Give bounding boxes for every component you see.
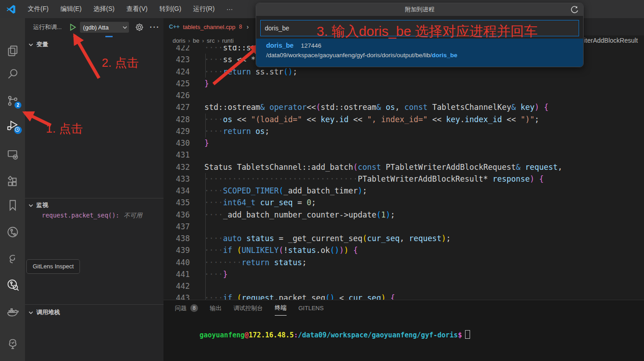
breadcrumb-item[interactable]: runti xyxy=(222,37,233,44)
panel-tab-输出[interactable]: 输出 xyxy=(210,304,222,316)
menu-item[interactable]: ··· xyxy=(222,4,238,15)
watch-section-header[interactable]: 监视 xyxy=(25,200,163,211)
code-line: 439····if (UNLIKELY(!status.ok())) { xyxy=(163,244,644,257)
gitlens-icon[interactable] xyxy=(6,226,19,238)
debug-session-clock-badge xyxy=(14,126,22,134)
tab-chevron[interactable]: › xyxy=(247,23,249,30)
code-token: request xyxy=(409,234,441,243)
indent-guide xyxy=(205,173,206,300)
code-line: 440········return status; xyxy=(163,257,644,269)
code-token: index_id xyxy=(465,115,506,124)
code-token: ···· xyxy=(204,127,223,136)
remote-explorer-icon[interactable] xyxy=(6,148,19,161)
panel-tab-调试控制台[interactable]: 调试控制台 xyxy=(233,304,263,316)
project-tree-icon[interactable] xyxy=(6,337,19,350)
code-token: :: xyxy=(302,163,311,172)
code-line: 426 xyxy=(163,89,644,102)
code-token: operator xyxy=(269,103,307,112)
docker-icon[interactable] xyxy=(6,306,19,318)
code-token xyxy=(265,103,269,112)
code-token: ; xyxy=(390,210,395,219)
code-token: ) xyxy=(530,174,534,183)
code-token: . xyxy=(335,115,339,124)
menu-item[interactable]: 转到(G) xyxy=(154,3,186,15)
code-token: status xyxy=(246,234,279,243)
line-number: 428 xyxy=(163,114,190,125)
refresh-icon[interactable] xyxy=(570,5,579,14)
code-token: ok xyxy=(321,246,330,255)
line-number: 423 xyxy=(163,54,190,65)
variables-section-header[interactable]: 变量 xyxy=(25,39,163,50)
code-token: ")" xyxy=(520,115,535,124)
debug-config-dropdown[interactable]: (gdb) Atta xyxy=(80,22,129,33)
terminal-prompt[interactable]: gaoyuanfeng@172.16.48.5:/data09/workspac… xyxy=(175,322,470,347)
bookmarks-icon[interactable] xyxy=(6,199,19,212)
panel-tab-问题[interactable]: 问题8 xyxy=(175,304,198,316)
code-token: } xyxy=(223,270,228,279)
code-token: ( xyxy=(353,163,358,172)
menu-item[interactable]: 编辑(E) xyxy=(55,3,87,15)
tab-tablets-channel-cpp[interactable]: C++ tablets_channel.cpp 8 › xyxy=(163,18,257,35)
code-line: 437 xyxy=(163,221,644,233)
extensions-icon[interactable] xyxy=(6,175,19,188)
annotation-step2: 2. 点击 xyxy=(102,55,139,71)
code-token: , xyxy=(400,234,409,243)
breadcrumb-separator-icon: › xyxy=(202,37,204,44)
menu-item[interactable]: 文件(F) xyxy=(23,3,54,15)
annotation-step1: 1. 点击 xyxy=(46,121,83,137)
code-token: os xyxy=(386,103,395,112)
panel-tab-GITLENS[interactable]: GITLENS xyxy=(298,305,324,315)
breadcrumb-item[interactable]: doris xyxy=(173,37,185,44)
code-token: . xyxy=(316,246,321,255)
process-pid: 127446 xyxy=(301,42,321,49)
line-number: 440 xyxy=(163,257,190,268)
variables-section-label: 变量 xyxy=(36,40,48,49)
code-token: return xyxy=(223,67,256,76)
code-token: PTabletWriterAddBlockResult xyxy=(358,174,483,183)
watch-expression-row[interactable]: request.packet_seq(): 不可用 xyxy=(42,212,142,220)
section-divider xyxy=(25,198,163,198)
scm-badge: 2 xyxy=(14,101,22,109)
code-line: 434····SCOPED_TIMER(_add_batch_timer); xyxy=(163,185,644,197)
start-debug-button[interactable] xyxy=(68,23,77,32)
breadcrumb-item[interactable]: src xyxy=(207,37,214,44)
breadcrumb-item[interactable]: be xyxy=(193,37,199,44)
debug-settings-gear-icon[interactable] xyxy=(135,23,144,31)
code-token: << xyxy=(353,115,367,124)
run-and-debug-icon[interactable] xyxy=(6,119,19,132)
section-divider xyxy=(25,304,163,305)
code-line: 427std::ostream& operator<<(std::ostream… xyxy=(163,101,644,114)
menu-item[interactable]: 查看(V) xyxy=(121,3,153,15)
code-token: ( xyxy=(237,293,242,300)
line-number: 422 xyxy=(163,45,190,54)
debug-config-label: (gdb) Atta xyxy=(83,24,123,31)
code-token: :: xyxy=(335,103,344,112)
panel-tab-终端[interactable]: 终端 xyxy=(275,304,287,316)
code-text: ····os << "(load_id=" << key.id << ", in… xyxy=(204,114,539,125)
code-token: ···· xyxy=(204,186,223,195)
indent-guide xyxy=(205,114,206,138)
search-icon[interactable] xyxy=(6,68,19,80)
gitlens-inspect-icon[interactable] xyxy=(6,278,19,291)
menu-bar: 文件(F)编辑(E)选择(S)查看(V)转到(G)运行(R)··· xyxy=(23,3,238,15)
process-list-item-selected[interactable]: doris_be 127446 /data09/workspace/gaoyua… xyxy=(256,39,583,67)
line-number: 442 xyxy=(163,280,190,292)
menu-item[interactable]: 运行(R) xyxy=(188,3,219,15)
explorer-icon[interactable] xyxy=(6,45,19,57)
code-token: std xyxy=(321,103,335,112)
menu-item[interactable]: 选择(S) xyxy=(89,3,120,15)
code-token: } xyxy=(204,138,209,148)
gitlens-graph-icon[interactable] xyxy=(6,253,19,266)
panel-tab-label: 终端 xyxy=(275,304,287,312)
code-token: ss xyxy=(223,55,237,64)
code-token xyxy=(520,163,525,172)
code-token: Status TabletsChannel xyxy=(204,163,302,172)
view-more-actions[interactable]: ··· xyxy=(150,23,160,31)
call-stack-section-header[interactable]: 调用堆栈 xyxy=(25,307,163,318)
view-title: 运行和调... xyxy=(33,23,62,31)
code-editor[interactable]: 422····std::st423····ss << *424····retur… xyxy=(163,45,644,300)
code-text: ····} xyxy=(204,268,228,280)
code-token: ) xyxy=(344,246,348,255)
source-control-icon[interactable]: 2 xyxy=(6,94,19,107)
watch-expression: request.packet_seq(): xyxy=(42,212,119,219)
